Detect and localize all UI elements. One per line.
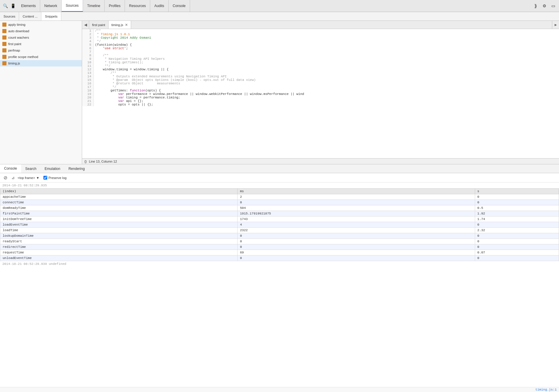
cell-index: loadTime	[0, 228, 238, 233]
console-footer-link[interactable]: timing.js:1	[535, 388, 557, 391]
file-item-timing-js[interactable]: timing.js	[0, 60, 82, 67]
editor-tab-first-paint[interactable]: first paint	[89, 21, 109, 29]
file-item-apply-timing[interactable]: apply timing	[0, 21, 82, 28]
table-row: domReadyTime5040.5	[0, 205, 559, 211]
cell-index: appcacheTime	[0, 194, 238, 200]
code-line-5: 5 (function(window) {	[82, 43, 559, 47]
tab-profiles[interactable]: Profiles	[105, 0, 125, 12]
code-area[interactable]: 1 /** 2 * Timing.js 1.0.1 3 * Copyright …	[82, 29, 559, 158]
editor: ◀ first paint timing.js ✕ ▶ 1 /**	[82, 21, 559, 164]
cell-ms: 0	[238, 255, 475, 261]
cell-index: redirectTime	[0, 244, 238, 250]
cell-ms: 2322	[238, 228, 475, 233]
table-row: firstPaintTime1915.179199218751.92	[0, 211, 559, 217]
console-timestamp-2: 2014-10-21 08:52:29.939 undefined	[0, 261, 559, 267]
tab-console[interactable]: Console	[169, 0, 190, 12]
editor-area: apply timing auto download count wachers…	[0, 21, 559, 164]
console-tabs: Console Search Emulation Rendering	[0, 164, 559, 173]
search-icon[interactable]: 🔍	[2, 2, 9, 9]
cell-ms: 504	[238, 205, 475, 211]
tab-nav-right[interactable]: ▶	[552, 21, 559, 29]
nav-tabs: Elements Network Sources Timeline Profil…	[17, 0, 532, 12]
table-row: unloadEventTime00	[0, 255, 559, 261]
filter-icon[interactable]: ⊿	[10, 175, 16, 181]
clear-console-button[interactable]: ⊘	[2, 175, 8, 181]
settings-icon[interactable]: ⚙	[541, 2, 548, 9]
console-panel: Console Search Emulation Rendering ⊘ ⊿ <…	[0, 164, 559, 392]
file-item-profile-scope[interactable]: profile scope method	[0, 54, 82, 60]
file-icon	[2, 35, 6, 40]
cell-ms: 4	[238, 222, 475, 228]
code-line-21: 21 var api = {};	[82, 99, 559, 103]
subtab-sources[interactable]: Sources	[0, 12, 19, 21]
tab-network[interactable]: Network	[40, 0, 62, 12]
frame-selector[interactable]: <top frame> ▼	[18, 176, 39, 180]
cell-ms: 1743	[238, 217, 475, 222]
frame-arrow-icon: ▼	[36, 176, 39, 180]
table-row: lookupDomainTime00	[0, 233, 559, 239]
tab-nav-left[interactable]: ◀	[82, 21, 89, 29]
col-header-index: (index)	[0, 189, 238, 194]
code-line-19: 19 var performance = window.performance …	[82, 92, 559, 96]
table-row: requestTime690.07	[0, 250, 559, 255]
tab-resources[interactable]: Resources	[125, 0, 150, 12]
table-row: loadTime23222.32	[0, 228, 559, 233]
code-line-1: 1 /**	[82, 29, 559, 33]
file-icon	[2, 48, 6, 52]
dock-icon[interactable]: ▭	[550, 2, 557, 9]
code-line-6: 6 'use strict';	[82, 47, 559, 50]
file-item-count-wachers[interactable]: count wachers	[0, 34, 82, 41]
console-tab-search[interactable]: Search	[21, 164, 40, 173]
code-line-18: 18 getTimes: function(opts) {	[82, 89, 559, 92]
tab-sources[interactable]: Sources	[62, 0, 83, 12]
status-icon: {}	[84, 160, 87, 163]
console-data-table: (index) ms s appcacheTime20connectTime00…	[0, 188, 559, 261]
cell-s: 0	[475, 233, 559, 239]
cell-index: connectTime	[0, 200, 238, 205]
file-icon	[2, 29, 6, 33]
console-tab-emulation[interactable]: Emulation	[40, 164, 64, 173]
code-lines: 1 /** 2 * Timing.js 1.0.1 3 * Copyright …	[82, 29, 559, 106]
file-name: apply timing	[8, 23, 26, 26]
cell-ms: 0	[238, 244, 475, 250]
subtab-snippets[interactable]: Snippets	[41, 12, 61, 21]
code-line-12: 12 window.timing = window.timing || {	[82, 68, 559, 71]
code-line-2: 2 * Timing.js 1.0.1	[82, 33, 559, 36]
code-line-13: 13 /**	[82, 71, 559, 75]
cell-s: 0	[475, 222, 559, 228]
console-undefined-text: 2014-10-21 08:52:29.939 undefined	[2, 262, 66, 266]
cell-s: 1.74	[475, 217, 559, 222]
close-icon[interactable]: ✕	[125, 23, 128, 27]
console-tab-console[interactable]: Console	[0, 164, 21, 173]
cell-s: 0	[475, 200, 559, 205]
editor-tab-timing-js[interactable]: timing.js ✕	[109, 21, 131, 29]
devtools-drawer-icon[interactable]: ⟫	[532, 2, 539, 9]
code-line-22: 22 opts = opts || {};	[82, 103, 559, 106]
frame-label: <top frame>	[18, 176, 35, 180]
tab-timeline[interactable]: Timeline	[83, 0, 105, 12]
cell-s: 0	[475, 244, 559, 250]
file-item-first-paint[interactable]: first paint	[0, 41, 82, 47]
console-toolbar: ⊘ ⊿ <top frame> ▼ Preserve log	[0, 173, 559, 183]
table-header-row: (index) ms s	[0, 189, 559, 194]
tab-elements[interactable]: Elements	[17, 0, 40, 12]
device-icon[interactable]: 📱	[9, 2, 16, 9]
file-name: perfmap	[8, 49, 20, 52]
code-line-11: 11 **/	[82, 64, 559, 68]
code-line-3: 3 * Copyright 2014 Addy Osmani	[82, 36, 559, 40]
main-area: Sources Content ... Snippets apply timin…	[0, 12, 559, 392]
subtab-content[interactable]: Content ...	[19, 12, 41, 21]
cell-ms: 0	[238, 233, 475, 239]
col-header-s: s	[475, 189, 559, 194]
file-icon	[2, 42, 6, 46]
cell-index: firstPaintTime	[0, 211, 238, 217]
console-timestamp-1: 2014-10-21 08:52:29.935	[0, 183, 559, 188]
cell-s: 2.32	[475, 228, 559, 233]
cell-ms: 0	[238, 239, 475, 244]
preserve-log-checkbox[interactable]	[43, 176, 47, 180]
tab-audits[interactable]: Audits	[150, 0, 168, 12]
file-item-auto-download[interactable]: auto download	[0, 28, 82, 34]
file-item-perfmap[interactable]: perfmap	[0, 47, 82, 54]
console-tab-rendering[interactable]: Rendering	[64, 164, 89, 173]
table-row: redirectTime00	[0, 244, 559, 250]
